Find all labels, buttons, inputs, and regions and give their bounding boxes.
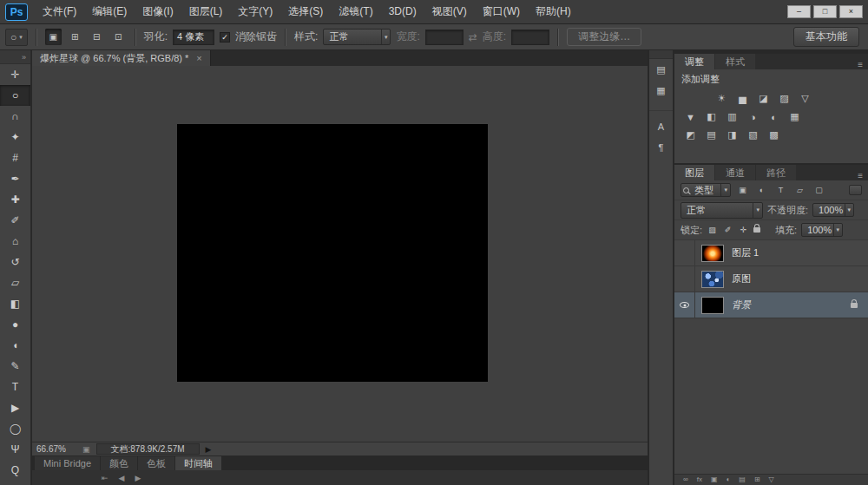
new-layer-icon[interactable]: ⊞ (754, 475, 760, 483)
style-select[interactable]: 正常 ▾ (323, 29, 391, 45)
height-input[interactable] (511, 29, 549, 45)
pen-tool[interactable]: ✎ (0, 356, 30, 377)
tab-paths[interactable]: 路径 (756, 165, 796, 180)
layer-row-original[interactable]: 原图 (674, 266, 868, 292)
curves-icon[interactable]: ◪ (754, 90, 773, 107)
visibility-toggle[interactable] (674, 292, 695, 318)
dodge-tool[interactable]: ◖ (0, 335, 30, 356)
maximize-button[interactable]: □ (813, 5, 837, 18)
tab-layers[interactable]: 图层 (674, 165, 714, 180)
path-selection-tool[interactable]: ▶ (0, 397, 30, 418)
menu-window[interactable]: 窗口(W) (475, 0, 528, 23)
layer-style-icon[interactable]: fx (697, 475, 702, 483)
black-white-icon[interactable]: ▥ (723, 108, 741, 125)
threshold-icon[interactable]: ◨ (723, 127, 741, 143)
levels-icon[interactable]: ▅ (733, 90, 752, 107)
document-tab[interactable]: 爆炸星球 @ 66.7% (背景, RGB/8) * × (32, 50, 211, 66)
vibrance-icon[interactable]: ▽ (796, 90, 814, 107)
go-to-start-icon[interactable]: ⇤ (102, 474, 108, 482)
posterize-icon[interactable]: ▤ (702, 127, 720, 143)
lock-all-icon[interactable] (753, 227, 760, 233)
swap-dimensions-icon[interactable]: ⇄ (469, 31, 477, 43)
document-size-info[interactable]: 文档:878.9K/2.57M (96, 443, 200, 455)
menu-select[interactable]: 选择(S) (280, 0, 331, 23)
layer-thumbnail[interactable] (701, 297, 724, 314)
hand-tool[interactable]: Ψ (0, 439, 30, 460)
new-selection-button[interactable]: ▣ (45, 29, 62, 45)
invert-icon[interactable]: ◩ (681, 127, 700, 143)
menu-type[interactable]: 文字(Y) (230, 0, 280, 23)
tab-adjustments[interactable]: 调整 (674, 54, 714, 69)
filter-smart-objects-icon[interactable]: ▢ (812, 184, 826, 197)
tool-preset-picker[interactable]: ○ ▾ (5, 29, 28, 46)
brush-tool[interactable]: ✐ (0, 210, 30, 231)
filter-adjustment-layers-icon[interactable]: ◐ (754, 184, 769, 197)
play-icon[interactable]: ▶ (135, 474, 141, 482)
width-input[interactable] (425, 29, 464, 45)
layer-row-background[interactable]: 背景 (674, 292, 868, 318)
panel-menu-icon[interactable]: ≡ (852, 60, 868, 69)
tab-swatches[interactable]: 色板 (138, 456, 174, 470)
menu-help[interactable]: 帮助(H) (528, 0, 579, 23)
gradient-tool[interactable]: ◧ (0, 293, 30, 314)
healing-brush-tool[interactable]: ✚ (0, 189, 30, 210)
zoom-level-field[interactable]: 66.67% (36, 444, 76, 454)
filter-on-off-toggle[interactable] (849, 185, 862, 195)
layer-thumbnail[interactable] (701, 245, 724, 262)
ellipse-shape-tool[interactable]: ◯ (0, 418, 30, 439)
character-panel-button[interactable]: A (649, 116, 673, 137)
document-canvas[interactable] (177, 124, 488, 382)
status-arrow-icon[interactable]: ▶ (206, 445, 212, 454)
visibility-toggle[interactable] (674, 240, 695, 265)
refine-edge-button[interactable]: 调整边缘… (567, 28, 641, 46)
delete-layer-icon[interactable]: ▽ (769, 475, 774, 483)
filter-shape-layers-icon[interactable]: ▱ (792, 184, 807, 197)
eraser-tool[interactable]: ▱ (0, 272, 30, 293)
blend-mode-select[interactable]: 正常 ▾ (681, 202, 763, 219)
eyedropper-tool[interactable]: ✒ (0, 168, 30, 189)
layer-name[interactable]: 原图 (732, 272, 751, 285)
workspace-switcher-button[interactable]: 基本功能 (793, 27, 859, 47)
gradient-map-icon[interactable]: ▧ (744, 127, 762, 143)
menu-edit[interactable]: 编辑(E) (84, 0, 135, 23)
lock-image-pixels-icon[interactable]: ✐ (722, 226, 733, 234)
close-icon[interactable]: × (196, 53, 201, 63)
tab-channels[interactable]: 通道 (715, 165, 755, 180)
fill-select[interactable]: 100% ▾ (801, 223, 843, 237)
layer-name[interactable]: 图层 1 (732, 246, 759, 259)
layer-filter-select[interactable]: 类型 ▾ (681, 183, 731, 197)
selective-color-icon[interactable]: ▩ (765, 127, 783, 143)
quick-selection-tool[interactable]: ✦ (0, 127, 30, 147)
move-tool[interactable]: ✛ (0, 64, 30, 85)
brush-presets-panel-button[interactable]: ▦ (649, 80, 673, 101)
layer-name[interactable]: 背景 (732, 298, 751, 311)
filter-type-layers-icon[interactable]: T (773, 184, 788, 197)
photo-filter-icon[interactable]: ◑ (744, 108, 762, 125)
menu-3d[interactable]: 3D(D) (381, 0, 424, 23)
add-to-selection-button[interactable]: ⊞ (67, 29, 83, 45)
adjustment-layer-icon[interactable]: ◐ (727, 475, 731, 483)
subtract-from-selection-button[interactable]: ⊟ (89, 29, 105, 45)
menu-filter[interactable]: 滤镜(T) (331, 0, 380, 23)
panel-menu-icon[interactable]: ≡ (852, 171, 868, 180)
brightness-contrast-icon[interactable]: ☀ (713, 90, 731, 107)
tab-color[interactable]: 颜色 (101, 456, 137, 470)
antialias-checkbox[interactable]: ✓ (220, 32, 230, 43)
lock-position-icon[interactable]: ✛ (738, 226, 749, 234)
close-button[interactable]: × (839, 5, 863, 18)
minimize-button[interactable]: – (787, 5, 811, 18)
paragraph-panel-button[interactable]: ¶ (649, 137, 673, 158)
crop-tool[interactable]: # (0, 147, 30, 168)
blur-tool[interactable]: ● (0, 314, 30, 335)
clone-stamp-tool[interactable]: ⌂ (0, 231, 30, 252)
color-lookup-icon[interactable]: ▦ (786, 108, 804, 125)
lock-transparent-pixels-icon[interactable]: ▨ (707, 226, 718, 234)
type-tool[interactable]: T (0, 377, 30, 397)
menu-file[interactable]: 文件(F) (35, 0, 84, 23)
exposure-icon[interactable]: ▨ (775, 90, 793, 107)
opacity-select[interactable]: 100% ▾ (812, 203, 854, 217)
hue-saturation-icon[interactable]: ▼ (681, 108, 700, 125)
menu-view[interactable]: 视图(V) (424, 0, 475, 23)
lasso-tool[interactable]: ∩ (0, 106, 30, 127)
intersect-selection-button[interactable]: ⊡ (110, 29, 127, 45)
